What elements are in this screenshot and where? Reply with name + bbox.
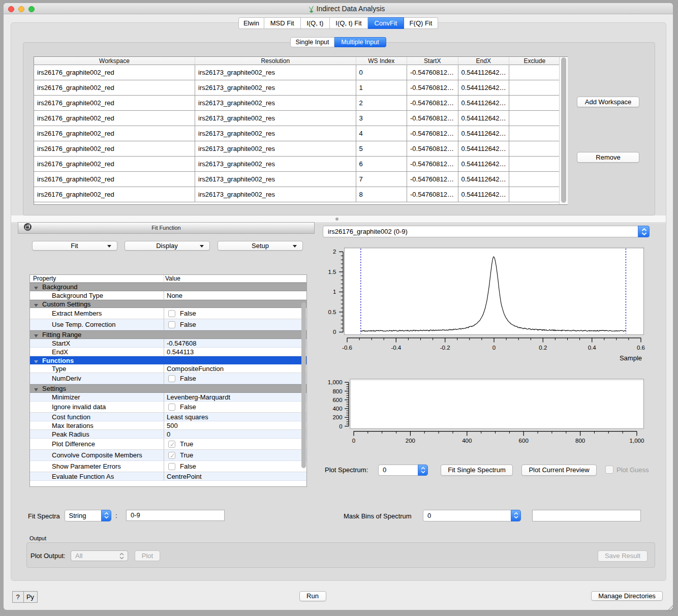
svg-text:1,000: 1,000 — [630, 438, 644, 444]
svg-text:0.4: 0.4 — [588, 345, 597, 351]
svg-text:0: 0 — [492, 345, 496, 351]
svg-text:1,000: 1,000 — [328, 379, 343, 385]
svg-text:Sample: Sample — [620, 354, 642, 362]
svg-text:-0.6: -0.6 — [342, 345, 352, 351]
svg-text:1.5: 1.5 — [328, 269, 336, 275]
svg-text:600: 600 — [519, 438, 529, 444]
svg-text:600: 600 — [332, 397, 342, 403]
svg-text:-0.4: -0.4 — [391, 345, 401, 351]
svg-text:-0.2: -0.2 — [440, 345, 450, 351]
svg-text:400: 400 — [332, 406, 342, 412]
svg-text:2: 2 — [333, 249, 336, 255]
svg-text:0.5: 0.5 — [328, 309, 336, 315]
svg-text:200: 200 — [406, 438, 415, 444]
svg-text:1: 1 — [333, 289, 336, 295]
svg-text:800: 800 — [332, 388, 342, 394]
svg-text:0.6: 0.6 — [637, 345, 645, 351]
svg-text:800: 800 — [575, 438, 585, 444]
svg-text:400: 400 — [462, 438, 472, 444]
svg-text:200: 200 — [332, 414, 342, 420]
svg-text:0: 0 — [352, 438, 355, 444]
svg-text:0.2: 0.2 — [539, 345, 547, 351]
svg-text:0: 0 — [333, 329, 336, 335]
svg-text:0: 0 — [339, 423, 342, 429]
